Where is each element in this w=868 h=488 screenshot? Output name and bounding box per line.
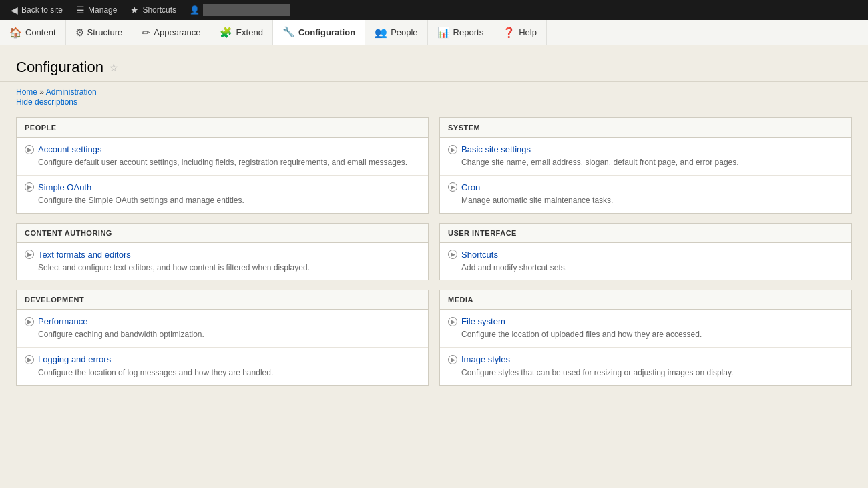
nav-item-extend[interactable]: 🧩 Extend xyxy=(210,20,272,45)
back-to-site-button[interactable]: ◀ Back to site xyxy=(5,2,68,18)
people-icon: 👥 xyxy=(375,27,387,39)
basic-site-settings-link[interactable]: Basic site settings xyxy=(461,144,531,154)
item-title-cron: ▶ Cron xyxy=(448,182,843,192)
text-formats-desc: Select and configure text editors, and h… xyxy=(25,262,420,274)
page-header: Configuration ☆ xyxy=(0,45,868,82)
section-user-interface: USER INTERFACE ▶ Shortcuts Add and modif… xyxy=(439,223,852,281)
manage-button[interactable]: ☰ Manage xyxy=(71,2,122,18)
logging-errors-link[interactable]: Logging and errors xyxy=(38,354,111,364)
logging-errors-desc: Configure the location of log messages a… xyxy=(25,367,420,379)
section-content-authoring: CONTENT AUTHORING ▶ Text formats and edi… xyxy=(16,223,429,281)
admin-bar: ◀ Back to site ☰ Manage ★ Shortcuts 👤 xyxy=(0,0,868,20)
item-title-image-styles: ▶ Image styles xyxy=(448,354,843,364)
section-system: SYSTEM ▶ Basic site settings Change site… xyxy=(439,117,852,214)
account-settings-link[interactable]: Account settings xyxy=(38,144,101,154)
arrow-icon: ▶ xyxy=(25,355,34,364)
arrow-icon: ▶ xyxy=(448,317,457,326)
nav-item-people[interactable]: 👥 People xyxy=(365,20,427,45)
image-styles-desc: Configure styles that can be used for re… xyxy=(448,367,843,379)
performance-desc: Configure caching and bandwidth optimiza… xyxy=(25,329,420,340)
arrow-icon: ▶ xyxy=(25,250,34,259)
list-item: ▶ Basic site settings Change site name, … xyxy=(440,138,851,176)
shortcuts-desc: Add and modify shortcut sets. xyxy=(448,262,843,274)
nav-item-appearance[interactable]: ✏ Appearance xyxy=(132,20,210,45)
arrow-icon: ▶ xyxy=(448,250,457,259)
basic-site-settings-desc: Change site name, email address, slogan,… xyxy=(448,157,843,168)
nav-item-configuration[interactable]: 🔧 Configuration xyxy=(273,20,365,45)
simple-oauth-desc: Configure the Simple OAuth settings and … xyxy=(25,195,420,206)
simple-oauth-link[interactable]: Simple OAuth xyxy=(38,182,91,192)
star-icon: ★ xyxy=(130,5,139,15)
shortcuts-button[interactable]: ★ Shortcuts xyxy=(125,2,182,18)
configuration-icon: 🔧 xyxy=(282,26,295,38)
section-development: DEVELOPMENT ▶ Performance Configure cach… xyxy=(16,290,429,386)
nav-item-reports[interactable]: 📊 Reports xyxy=(428,20,494,45)
item-title-text-formats: ▶ Text formats and editors xyxy=(25,250,420,260)
item-title-basic-site-settings: ▶ Basic site settings xyxy=(448,144,843,154)
item-title-shortcuts: ▶ Shortcuts xyxy=(448,250,843,260)
item-title-simple-oauth: ▶ Simple OAuth xyxy=(25,182,420,192)
file-system-link[interactable]: File system xyxy=(461,316,505,326)
account-settings-desc: Configure default user account settings,… xyxy=(25,157,420,168)
section-people-body: ▶ Account settings Configure default use… xyxy=(17,138,428,213)
reports-icon: 📊 xyxy=(437,27,450,39)
item-title-performance: ▶ Performance xyxy=(25,316,420,326)
shortcuts-link[interactable]: Shortcuts xyxy=(461,250,498,260)
list-item: ▶ Text formats and editors Select and co… xyxy=(17,243,428,280)
performance-link[interactable]: Performance xyxy=(38,316,87,326)
text-formats-link[interactable]: Text formats and editors xyxy=(38,250,131,260)
arrow-icon: ▶ xyxy=(448,355,457,364)
list-item: ▶ Account settings Configure default use… xyxy=(17,138,428,176)
nav-item-structure[interactable]: ⚙ Structure xyxy=(66,20,133,45)
section-user-interface-body: ▶ Shortcuts Add and modify shortcut sets… xyxy=(440,243,851,280)
file-system-desc: Configure the location of uploaded files… xyxy=(448,329,843,340)
list-item: ▶ File system Configure the location of … xyxy=(440,310,851,348)
bookmark-icon[interactable]: ☆ xyxy=(109,61,118,74)
list-item: ▶ Performance Configure caching and band… xyxy=(17,310,428,348)
breadcrumb-admin[interactable]: Administration xyxy=(46,87,97,97)
list-item: ▶ Simple OAuth Configure the Simple OAut… xyxy=(17,176,428,213)
hamburger-icon: ☰ xyxy=(76,5,85,15)
list-item: ▶ Cron Manage automatic site maintenance… xyxy=(440,176,851,213)
extend-icon: 🧩 xyxy=(220,27,232,39)
section-media-body: ▶ File system Configure the location of … xyxy=(440,310,851,385)
section-people-header: PEOPLE xyxy=(17,118,428,138)
hide-descriptions-link[interactable]: Hide descriptions xyxy=(16,97,77,107)
content-icon: 🏠 xyxy=(9,27,22,39)
cron-link[interactable]: Cron xyxy=(461,182,480,192)
breadcrumb-area: Home » Administration Hide descriptions xyxy=(0,82,868,109)
item-title-logging-errors: ▶ Logging and errors xyxy=(25,354,420,364)
main-navigation: 🏠 Content ⚙ Structure ✏ Appearance 🧩 Ext… xyxy=(0,20,868,45)
arrow-icon: ▶ xyxy=(448,182,457,192)
breadcrumb-separator: » xyxy=(39,87,45,97)
user-search-input[interactable] xyxy=(203,4,290,16)
item-title-file-system: ▶ File system xyxy=(448,316,843,326)
section-user-interface-header: USER INTERFACE xyxy=(440,224,851,243)
left-column: PEOPLE ▶ Account settings Configure defa… xyxy=(16,117,429,386)
section-development-header: DEVELOPMENT xyxy=(17,290,428,310)
nav-item-help[interactable]: ❓ Help xyxy=(493,20,547,45)
image-styles-link[interactable]: Image styles xyxy=(461,354,510,364)
breadcrumb-home[interactable]: Home xyxy=(16,87,37,97)
nav-item-content[interactable]: 🏠 Content xyxy=(0,20,66,45)
structure-icon: ⚙ xyxy=(75,27,84,39)
section-system-body: ▶ Basic site settings Change site name, … xyxy=(440,138,851,213)
config-layout: PEOPLE ▶ Account settings Configure defa… xyxy=(0,109,868,394)
page-content: Configuration ☆ Home » Administration Hi… xyxy=(0,45,868,488)
page-title: Configuration ☆ xyxy=(16,59,852,76)
list-item: ▶ Logging and errors Configure the locat… xyxy=(17,348,428,385)
section-media: MEDIA ▶ File system Configure the locati… xyxy=(439,290,852,386)
user-icon: 👤 xyxy=(190,5,200,15)
right-column: SYSTEM ▶ Basic site settings Change site… xyxy=(439,117,852,386)
help-icon: ❓ xyxy=(503,27,515,39)
cron-desc: Manage automatic site maintenance tasks. xyxy=(448,195,843,206)
arrow-icon: ▶ xyxy=(25,182,34,192)
item-title-account-settings: ▶ Account settings xyxy=(25,144,420,154)
arrow-icon: ▶ xyxy=(25,145,34,154)
back-arrow-icon: ◀ xyxy=(11,5,18,15)
section-content-authoring-header: CONTENT AUTHORING xyxy=(17,224,428,243)
list-item: ▶ Image styles Configure styles that can… xyxy=(440,348,851,385)
section-people: PEOPLE ▶ Account settings Configure defa… xyxy=(16,117,429,214)
section-content-authoring-body: ▶ Text formats and editors Select and co… xyxy=(17,243,428,280)
section-system-header: SYSTEM xyxy=(440,118,851,138)
